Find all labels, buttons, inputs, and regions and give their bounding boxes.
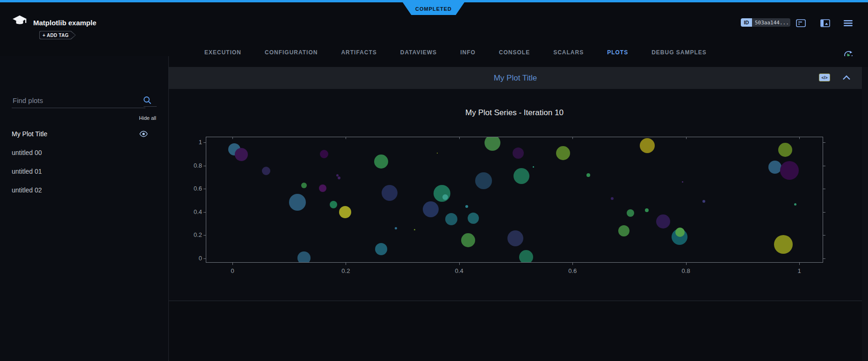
x-tick-label: 0.6: [558, 267, 586, 274]
eye-icon[interactable]: [139, 131, 148, 137]
x-tick-label: 0: [218, 267, 246, 274]
hide-all-link[interactable]: Hide all: [139, 115, 156, 121]
experiment-title: Matplotlib example: [33, 19, 96, 27]
plots-content: My Plot Title </> My Plot Series - Itera…: [169, 56, 868, 361]
plot-group-header: My Plot Title </>: [169, 67, 862, 89]
app-window: COMPLETED Matplotlib example + ADD TAG I…: [0, 0, 868, 361]
x-tick-label: 0.2: [332, 267, 360, 274]
side-panel-icon[interactable]: [820, 19, 830, 27]
x-tick-label: 0.4: [445, 267, 473, 274]
menu-icon[interactable]: [844, 20, 853, 26]
experiment-logo-icon: [12, 15, 27, 29]
plot-list-item[interactable]: untitled 01: [0, 162, 168, 181]
search-icon[interactable]: [143, 96, 152, 105]
add-tag-button[interactable]: + ADD TAG: [39, 31, 76, 39]
plot-list-item[interactable]: My Plot Title: [0, 125, 168, 143]
x-tick-label: 1: [785, 267, 813, 274]
chart-axes: 000.20.20.40.40.60.60.80.811: [206, 137, 823, 263]
id-label: ID: [741, 18, 752, 27]
view-code-button[interactable]: </>: [819, 74, 830, 81]
plot-group-title: My Plot Title: [169, 74, 862, 83]
comment-icon[interactable]: [796, 19, 806, 27]
y-tick-label: 0.4: [182, 208, 202, 215]
chart-title: My Plot Series - Iteration 10: [206, 108, 823, 118]
x-tick-label: 0.8: [672, 267, 700, 274]
plot-card: My Plot Series - Iteration 10 000.20.20.…: [169, 89, 862, 301]
y-tick-label: 0.6: [182, 185, 202, 192]
experiment-id-badge[interactable]: ID 503aa144...: [741, 18, 790, 27]
y-tick-label: 1: [182, 139, 202, 146]
chevron-up-icon[interactable]: [842, 74, 851, 81]
scrollbar-track[interactable]: [862, 67, 868, 361]
id-value: 503aa144...: [752, 18, 790, 27]
y-tick-label: 0: [182, 255, 202, 262]
plot-list-item[interactable]: untitled 02: [0, 181, 168, 199]
status-badge: COMPLETED: [403, 2, 464, 15]
status-color-strip: [0, 0, 868, 2]
axes-frame: [206, 137, 823, 263]
y-tick-label: 0.2: [182, 231, 202, 238]
y-tick-label: 0.8: [182, 162, 202, 169]
plot-list: My Plot Title untitled 00 untitled 01: [0, 125, 168, 199]
search-input[interactable]: [12, 93, 145, 108]
plot-list-item[interactable]: untitled 00: [0, 143, 168, 162]
status-badge-label: COMPLETED: [415, 6, 452, 12]
plots-sidebar: Hide all My Plot Title untitled 00 unti: [0, 56, 169, 361]
